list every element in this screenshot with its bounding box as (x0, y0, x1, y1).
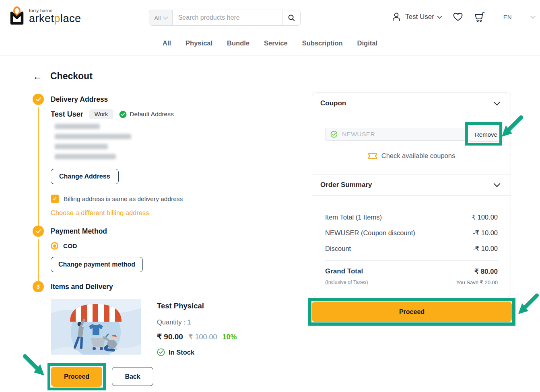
coupon-code-field[interactable]: NEWUSER (325, 128, 467, 141)
delivery-address-title: Delivery Address (51, 95, 298, 104)
product-quantity: Quantity : 1 (157, 318, 237, 326)
in-stock-icon (157, 348, 165, 356)
proceed-button-bottom[interactable]: Proceed (51, 367, 102, 387)
product-name: Test Physical (157, 302, 237, 310)
cod-radio[interactable] (51, 242, 58, 250)
search-button[interactable] (282, 10, 300, 25)
coupon-applied-check-icon (330, 131, 338, 138)
page-title: Checkout (50, 71, 93, 82)
chevron-down-icon (494, 181, 501, 187)
language-chevron-icon[interactable] (530, 14, 536, 19)
different-billing-link[interactable]: Choose a different billing address (51, 209, 298, 217)
chevron-down-icon (437, 14, 442, 19)
order-summary-body: Item Total (1 Items) ₹ 100.00 NEWUSER (C… (312, 196, 511, 297)
order-summary-header[interactable]: Order Summary (312, 174, 511, 196)
nav-physical[interactable]: Physical (185, 39, 212, 55)
cart-button[interactable] (474, 11, 486, 23)
search-input[interactable] (173, 10, 282, 25)
step-items-delivery: 3 Items and Delivery (33, 283, 298, 356)
nav-subscription[interactable]: Subscription (302, 39, 343, 55)
bag-logo-icon (8, 6, 28, 26)
order-panel: Coupon NEWUSER Remove Check available co… (312, 92, 511, 297)
redacted-address-line (55, 134, 131, 139)
change-address-button[interactable]: Change Address (51, 169, 119, 184)
coupon-header[interactable]: Coupon (312, 93, 511, 114)
summary-row-item-total: Item Total (1 Items) ₹ 100.00 (325, 213, 498, 221)
brand-logo[interactable]: torry harris arketplace (8, 6, 80, 29)
applied-coupon-code: NEWUSER (342, 131, 375, 138)
redacted-address-line (55, 144, 108, 149)
summary-divider (325, 261, 498, 261)
order-summary-title: Order Summary (320, 181, 372, 189)
top-bar: torry harris arketplace All Test User (0, 0, 540, 35)
check-coupons-link[interactable]: Check available coupons (325, 152, 498, 160)
redacted-address (55, 124, 298, 159)
annotation-arrow-proceed-right (517, 292, 540, 318)
coupon-body: NEWUSER Remove Check available coupons (312, 114, 511, 174)
step-number: 3 (33, 281, 44, 292)
heart-icon (453, 12, 463, 22)
step-payment-method: Payment Method COD Change payment method (33, 227, 298, 283)
user-icon (391, 12, 402, 22)
search-category-value: All (154, 14, 161, 21)
search-bar: All (149, 10, 301, 26)
header-actions: Test User EN (391, 11, 535, 23)
checkout-main: ← Checkout Delivery Address Test User Wo… (33, 71, 298, 356)
product-details: Test Physical Quantity : 1 ₹ 90.00 ₹ 100… (157, 299, 237, 356)
grand-total-row: Grand Total ₹ 80.00 (325, 267, 498, 276)
language-selector[interactable]: EN (503, 14, 512, 21)
check-circle-icon (119, 111, 127, 118)
proceed-button-summary[interactable]: Proceed (312, 302, 512, 322)
product-original-price: ₹ 100.00 (188, 332, 217, 341)
category-nav: All Physical Bundle Service Subscription… (0, 35, 540, 55)
logo-wordmark: arketplace (29, 13, 81, 24)
search-icon (288, 14, 295, 22)
product-price: ₹ 90.00 (157, 332, 183, 341)
product-image[interactable] (51, 299, 141, 355)
ticket-icon (368, 152, 377, 160)
wishlist-button[interactable] (453, 12, 463, 22)
cart-item: Test Physical Quantity : 1 ₹ 90.00 ₹ 100… (51, 299, 298, 356)
items-delivery-title: Items and Delivery (51, 283, 298, 291)
summary-row-discount: Discount -₹ 10.00 (325, 245, 498, 252)
check-icon (36, 97, 41, 102)
billing-same-checkbox[interactable]: ✓ (51, 195, 59, 203)
redacted-address-line (55, 154, 116, 159)
summary-notes: (Inclusive of Taxes) You Save ₹ 20.00 (325, 279, 498, 285)
step-delivery-address: Delivery Address Test User Work Default … (33, 95, 298, 227)
annotation-arrow-proceed-bottom (20, 353, 47, 380)
remove-coupon-button[interactable]: Remove (469, 127, 503, 142)
chevron-down-icon (494, 99, 501, 106)
chevron-down-icon (163, 14, 168, 20)
check-icon (36, 229, 41, 234)
nav-digital[interactable]: Digital (357, 39, 377, 55)
search-category-select[interactable]: All (149, 10, 173, 25)
cod-label: COD (63, 242, 77, 250)
nav-all[interactable]: All (163, 39, 171, 55)
summary-row-coupon-discount: NEWUSER (Coupon discount) -₹ 10.00 (325, 229, 498, 237)
tax-note: (Inclusive of Taxes) (325, 279, 368, 285)
payment-method-title: Payment Method (51, 227, 298, 236)
user-name: Test User (405, 13, 434, 21)
nav-bundle[interactable]: Bundle (227, 39, 249, 55)
change-payment-button[interactable]: Change payment method (51, 257, 143, 272)
billing-checkbox-label: Billing address is same as delivery addr… (64, 195, 183, 203)
step-complete-icon (33, 226, 44, 237)
cart-icon (474, 11, 486, 23)
annotation-box-proceed-right: Proceed (308, 298, 515, 326)
step-complete-icon (33, 94, 44, 105)
user-menu[interactable]: Test User (391, 12, 441, 22)
default-address-badge: Default Address (119, 111, 173, 118)
checkout-header: ← Checkout (33, 71, 298, 82)
redacted-address-line (55, 124, 100, 129)
save-note: You Save ₹ 20.00 (456, 279, 498, 285)
back-arrow-icon[interactable]: ← (33, 72, 42, 81)
recipient-name: Test User (51, 110, 83, 119)
nav-service[interactable]: Service (264, 39, 288, 55)
storefront-illustration (51, 299, 141, 355)
address-type-badge: Work (89, 109, 114, 119)
product-discount: 10% (222, 333, 237, 341)
back-button[interactable]: Back (112, 367, 153, 386)
annotation-box-proceed-bottom: Proceed (47, 363, 106, 390)
stock-status: In Stock (169, 349, 194, 356)
